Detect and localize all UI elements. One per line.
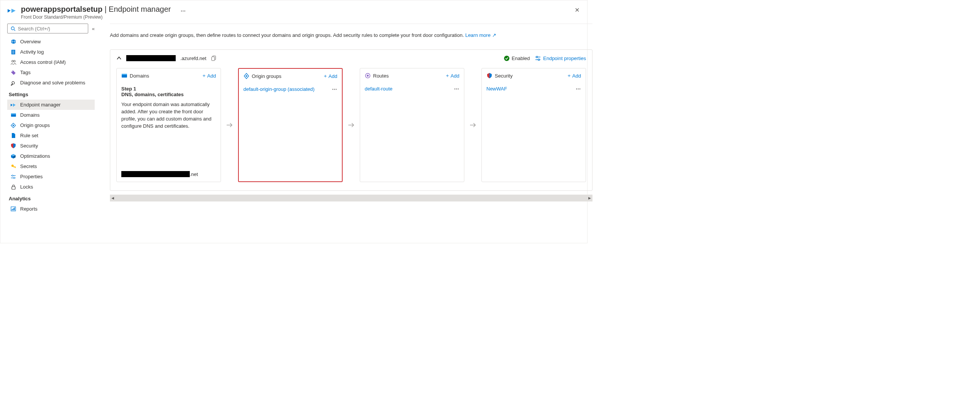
external-link-icon: ↗ bbox=[492, 32, 496, 38]
sidebar: « OverviewActivity logAccess control (IA… bbox=[7, 24, 95, 214]
svg-point-29 bbox=[504, 55, 509, 61]
fd-logo-small-icon bbox=[10, 103, 16, 107]
host-suffix: .azurefd.net bbox=[180, 55, 207, 61]
sidebar-item-label: Access control (IAM) bbox=[20, 59, 66, 65]
sidebar-item-label: Activity log bbox=[20, 49, 44, 55]
step-label: Step 1 bbox=[121, 86, 216, 92]
svg-rect-35 bbox=[122, 74, 127, 75]
sidebar-item-rule-set[interactable]: Rule set bbox=[7, 130, 95, 141]
search-input[interactable] bbox=[18, 26, 85, 32]
report-blue-icon bbox=[10, 206, 16, 211]
learn-more-link[interactable]: Learn more ↗ bbox=[465, 32, 496, 38]
search-input-container[interactable] bbox=[7, 24, 88, 33]
item-more-icon[interactable]: ⋯ bbox=[332, 86, 337, 92]
tiles-row: Domains ＋Add Step 1 DNS, domains, certif… bbox=[116, 68, 586, 182]
sidebar-item-domains[interactable]: Domains bbox=[7, 110, 95, 120]
sidebar-item-activity-log[interactable]: Activity log bbox=[7, 47, 95, 57]
sidebar-item-label: Overview bbox=[20, 39, 41, 44]
tile-origin-groups: Origin groups ＋Add default-origin-group … bbox=[238, 68, 343, 182]
sidebar-item-security[interactable]: Security bbox=[7, 141, 95, 151]
origin-group-link[interactable]: default-origin-group (associated) bbox=[243, 86, 315, 92]
sidebar-item-optimizations[interactable]: Optimizations bbox=[7, 151, 95, 161]
plus-icon: ＋ bbox=[445, 72, 450, 79]
plus-icon: ＋ bbox=[566, 72, 571, 79]
endpoint-header: .azurefd.net Enabled Endpoint properties bbox=[116, 55, 586, 61]
origin-blue-icon bbox=[10, 123, 16, 128]
security-policy-link[interactable]: NewWAF bbox=[487, 86, 507, 92]
description-bar: Add domains and create origin groups, th… bbox=[110, 24, 592, 44]
tile-title: Origin groups bbox=[252, 73, 282, 79]
svg-point-14 bbox=[13, 125, 14, 126]
route-link[interactable]: default-route bbox=[365, 86, 393, 92]
horizontal-scrollbar[interactable] bbox=[110, 195, 592, 201]
sidebar-item-label: Security bbox=[20, 143, 38, 149]
tile-title: Routes bbox=[373, 73, 389, 79]
globe-blue-icon bbox=[10, 39, 16, 44]
svg-point-11 bbox=[12, 71, 13, 72]
sidebar-item-label: Tags bbox=[20, 70, 30, 75]
svg-rect-28 bbox=[212, 57, 215, 61]
front-door-logo-icon bbox=[7, 7, 17, 14]
tile-domains: Domains ＋Add Step 1 DNS, domains, certif… bbox=[116, 68, 221, 182]
plus-icon: ＋ bbox=[202, 72, 207, 79]
people-icon bbox=[10, 60, 16, 65]
add-domain-button[interactable]: ＋Add bbox=[202, 72, 216, 79]
svg-rect-22 bbox=[12, 187, 15, 189]
log-blue-icon bbox=[10, 49, 16, 55]
sidebar-item-origin-groups[interactable]: Origin groups bbox=[7, 120, 95, 130]
svg-point-21 bbox=[13, 177, 15, 179]
svg-rect-24 bbox=[12, 209, 13, 210]
chevron-up-icon[interactable] bbox=[116, 55, 122, 61]
sidebar-item-access-control-iam-[interactable]: Access control (IAM) bbox=[7, 57, 95, 67]
svg-point-36 bbox=[246, 75, 247, 77]
sidebar-item-label: Origin groups bbox=[20, 122, 50, 128]
sidebar-item-label: Optimizations bbox=[20, 153, 50, 159]
sidebar-item-label: Diagnose and solve problems bbox=[20, 80, 85, 86]
sidebar-item-properties[interactable]: Properties bbox=[7, 171, 95, 182]
sidebar-item-locks[interactable]: Locks bbox=[7, 182, 95, 192]
sidebar-item-overview[interactable]: Overview bbox=[7, 36, 95, 47]
endpoint-card: .azurefd.net Enabled Endpoint properties bbox=[110, 49, 592, 191]
copy-icon[interactable] bbox=[211, 55, 216, 61]
add-security-button[interactable]: ＋Add bbox=[566, 72, 581, 79]
plus-icon: ＋ bbox=[323, 73, 328, 79]
sidebar-item-tags[interactable]: Tags bbox=[7, 67, 95, 78]
sidebar-item-label: Locks bbox=[20, 184, 33, 190]
header-more-icon[interactable]: ⋯ bbox=[181, 8, 186, 14]
collapse-sidebar-icon[interactable]: « bbox=[92, 26, 95, 32]
svg-point-38 bbox=[367, 75, 369, 77]
add-route-button[interactable]: ＋Add bbox=[445, 72, 460, 79]
sidebar-item-endpoint-manager[interactable]: Endpoint manager bbox=[7, 100, 95, 110]
sidebar-item-diagnose-and-solve-problems[interactable]: Diagnose and solve problems bbox=[7, 78, 95, 88]
close-icon[interactable]: ✕ bbox=[574, 6, 579, 14]
page-header: powerappsportalsetup | Endpoint manager … bbox=[7, 5, 580, 20]
endpoint-properties-link[interactable]: Endpoint properties bbox=[535, 55, 586, 61]
sidebar-item-label: Domains bbox=[20, 112, 40, 118]
add-origin-group-button[interactable]: ＋Add bbox=[323, 73, 337, 79]
endpoint-status: Enabled bbox=[504, 55, 530, 61]
svg-line-1 bbox=[14, 29, 16, 31]
nav-section-settings: Settings bbox=[7, 88, 95, 100]
svg-point-10 bbox=[13, 60, 15, 62]
item-more-icon[interactable]: ⋯ bbox=[454, 86, 460, 92]
arrow-right-icon bbox=[470, 122, 477, 128]
svg-point-33 bbox=[538, 59, 539, 60]
sidebar-item-label: Properties bbox=[20, 174, 43, 179]
domains-tile-icon bbox=[121, 73, 127, 78]
svg-point-31 bbox=[536, 56, 538, 58]
search-icon bbox=[11, 26, 16, 31]
shield-multi-icon bbox=[10, 143, 16, 149]
check-circle-icon bbox=[504, 55, 509, 61]
routes-tile-icon bbox=[365, 73, 371, 79]
sidebar-item-secrets[interactable]: Secrets bbox=[7, 161, 95, 171]
item-more-icon[interactable]: ⋯ bbox=[576, 86, 581, 92]
tile-routes: Routes ＋Add default-route ⋯ bbox=[360, 68, 465, 182]
sidebar-item-reports[interactable]: Reports bbox=[7, 204, 95, 214]
svg-point-0 bbox=[11, 27, 14, 30]
redacted-domain bbox=[121, 171, 190, 177]
step-title: DNS, domains, certificates bbox=[121, 92, 216, 97]
sliders-icon bbox=[10, 174, 16, 179]
list-item: default-origin-group (associated) ⋯ bbox=[243, 86, 337, 94]
nav-analytics: Reports bbox=[7, 204, 95, 214]
nav-settings: Endpoint managerDomainsOrigin groupsRule… bbox=[7, 100, 95, 192]
